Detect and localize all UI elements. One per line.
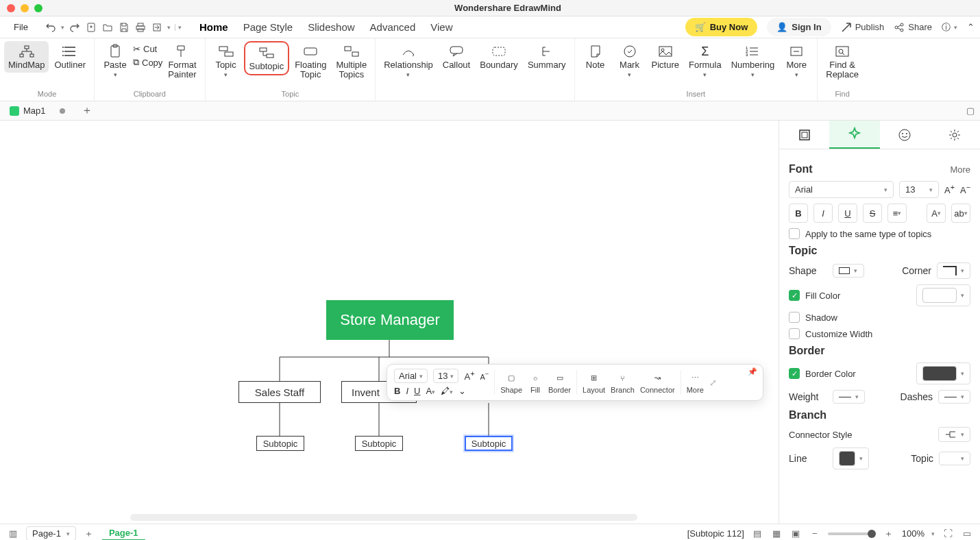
- rp-tab-outline[interactable]: [779, 121, 829, 149]
- callout-button[interactable]: Callout: [439, 41, 474, 73]
- subtopic-button[interactable]: Subtopic: [244, 41, 290, 75]
- more-insert-button[interactable]: More▾: [780, 41, 813, 81]
- underline-icon[interactable]: U: [414, 386, 420, 396]
- clear-format-icon[interactable]: ⌄: [458, 386, 466, 396]
- float-border-button[interactable]: ▭Border: [548, 371, 571, 394]
- publish-button[interactable]: Publish: [841, 22, 885, 33]
- redo-icon[interactable]: [69, 21, 81, 34]
- highlight-icon[interactable]: 🖍▾: [441, 386, 453, 396]
- bold-button[interactable]: B: [789, 204, 808, 223]
- topic-button[interactable]: Topic ▾: [210, 41, 243, 81]
- float-connector-button[interactable]: ↝Connector: [640, 371, 675, 394]
- add-page-button[interactable]: ＋: [83, 528, 95, 540]
- save-icon[interactable]: [118, 21, 130, 34]
- float-font-select[interactable]: Arial▾: [394, 369, 428, 383]
- rp-tab-style[interactable]: [829, 121, 879, 149]
- branch-topic-select[interactable]: ▾: [939, 452, 970, 465]
- italic-icon[interactable]: I: [406, 386, 408, 396]
- maximize-window-icon[interactable]: [34, 4, 42, 12]
- summary-button[interactable]: Summary: [524, 41, 570, 73]
- find-replace-button[interactable]: Find & Replace: [822, 41, 863, 83]
- close-window-icon[interactable]: [7, 4, 15, 12]
- add-tab-button[interactable]: ＋: [76, 103, 98, 118]
- export-dropdown-icon[interactable]: ▾: [167, 24, 171, 31]
- view-mode-2-icon[interactable]: ▦: [770, 528, 783, 540]
- copy-button[interactable]: ⧉Copy: [133, 57, 162, 68]
- increase-font-button[interactable]: A+: [944, 183, 955, 195]
- view-mode-3-icon[interactable]: ▣: [789, 528, 802, 540]
- shadow-checkbox[interactable]: Shadow: [789, 312, 970, 323]
- bold-icon[interactable]: B: [394, 386, 400, 396]
- node-leaf-3-selected[interactable]: Subtopic: [465, 436, 513, 451]
- text-case-button[interactable]: ab▾: [951, 204, 970, 223]
- float-fill-button[interactable]: ○Fill: [528, 371, 543, 394]
- tab-home[interactable]: Home: [198, 19, 230, 36]
- print-icon[interactable]: [134, 21, 147, 34]
- float-layout-button[interactable]: ⊞Layout: [583, 371, 605, 394]
- weight-select[interactable]: ▾: [833, 390, 865, 404]
- float-size-select[interactable]: 13▾: [433, 369, 458, 383]
- connector-style-select[interactable]: ▾: [938, 427, 970, 442]
- cut-button[interactable]: ✂Cut: [133, 44, 162, 54]
- paste-button[interactable]: Paste ▾: [99, 41, 132, 81]
- formula-button[interactable]: ΣFormula▾: [685, 41, 726, 81]
- pages-panel-icon[interactable]: ▥: [7, 528, 19, 540]
- corner-select[interactable]: ▾: [937, 262, 970, 279]
- picture-button[interactable]: Picture: [648, 41, 683, 73]
- doc-tab-map1[interactable]: Map1: [4, 104, 71, 117]
- collapse-ribbon-icon[interactable]: ⌃: [967, 22, 975, 32]
- font-color-button[interactable]: A▾: [927, 204, 946, 223]
- open-file-icon[interactable]: [101, 21, 114, 34]
- pin-icon[interactable]: 📌: [748, 367, 757, 376]
- custom-width-checkbox[interactable]: Customize Width: [789, 328, 970, 339]
- zoom-out-button[interactable]: −: [809, 528, 821, 540]
- apply-same-checkbox[interactable]: Apply to the same type of topics: [789, 228, 970, 239]
- format-painter-button[interactable]: Format Painter: [164, 41, 200, 83]
- tab-slideshow[interactable]: Slideshow: [306, 19, 356, 36]
- shape-select[interactable]: ▾: [833, 264, 864, 278]
- increase-font-icon[interactable]: A+: [464, 369, 474, 382]
- mark-button[interactable]: Mark▾: [613, 41, 646, 81]
- fill-color-checkbox[interactable]: ✓Fill Color▾: [789, 284, 970, 306]
- font-size-select[interactable]: 13▾: [899, 181, 939, 198]
- tab-advanced[interactable]: Advanced: [369, 19, 417, 36]
- horizontal-scrollbar[interactable]: [130, 514, 637, 521]
- qat-customize-icon[interactable]: ▾: [175, 24, 182, 31]
- panel-toggle-icon[interactable]: ▢: [966, 106, 980, 116]
- fullscreen-icon[interactable]: ⛶: [942, 528, 954, 540]
- node-leaf-1[interactable]: Subtopic: [256, 436, 304, 451]
- line-color-select[interactable]: ▾: [833, 447, 869, 469]
- export-icon[interactable]: [151, 21, 163, 34]
- floating-topic-button[interactable]: Floating Topic: [291, 41, 330, 83]
- help-button[interactable]: ⓘ▾: [942, 21, 957, 34]
- minimize-window-icon[interactable]: [21, 4, 29, 12]
- multiple-topics-button[interactable]: Multiple Topics: [332, 41, 371, 83]
- italic-button[interactable]: I: [813, 204, 833, 223]
- tab-page-style[interactable]: Page Style: [242, 19, 295, 36]
- rp-tab-emoji[interactable]: [880, 121, 930, 149]
- page-select[interactable]: Page-1▾: [26, 526, 76, 540]
- decrease-font-icon[interactable]: A−: [480, 371, 489, 381]
- font-color-icon[interactable]: A▾: [426, 386, 435, 396]
- new-file-icon[interactable]: [85, 21, 97, 34]
- border-color-select[interactable]: ▾: [916, 363, 970, 384]
- page-tab-1[interactable]: Page-1: [102, 526, 145, 540]
- share-button[interactable]: Share: [894, 22, 932, 33]
- zoom-in-button[interactable]: ＋: [883, 528, 895, 540]
- outliner-button[interactable]: Outliner: [50, 41, 90, 73]
- decrease-font-button[interactable]: A−: [960, 183, 970, 195]
- canvas[interactable]: Store Manager Sales Staff Invent Subtopi…: [0, 121, 779, 524]
- zoom-thumb[interactable]: [868, 530, 876, 538]
- tab-view[interactable]: View: [429, 19, 454, 36]
- boundary-button[interactable]: Boundary: [476, 41, 522, 73]
- float-shape-button[interactable]: ▢Shape: [500, 371, 522, 394]
- node-root[interactable]: Store Manager: [326, 300, 454, 340]
- undo-dropdown-icon[interactable]: ▾: [61, 24, 64, 31]
- font-more-link[interactable]: More: [950, 164, 970, 175]
- border-color-checkbox[interactable]: ✓Border Color▾: [789, 363, 970, 384]
- float-branch-button[interactable]: ⑂Branch: [611, 371, 635, 394]
- font-family-select[interactable]: Arial▾: [789, 181, 894, 198]
- rp-tab-settings[interactable]: [930, 121, 980, 149]
- zoom-slider[interactable]: [828, 532, 876, 535]
- float-expand-icon[interactable]: ⤢: [709, 378, 717, 388]
